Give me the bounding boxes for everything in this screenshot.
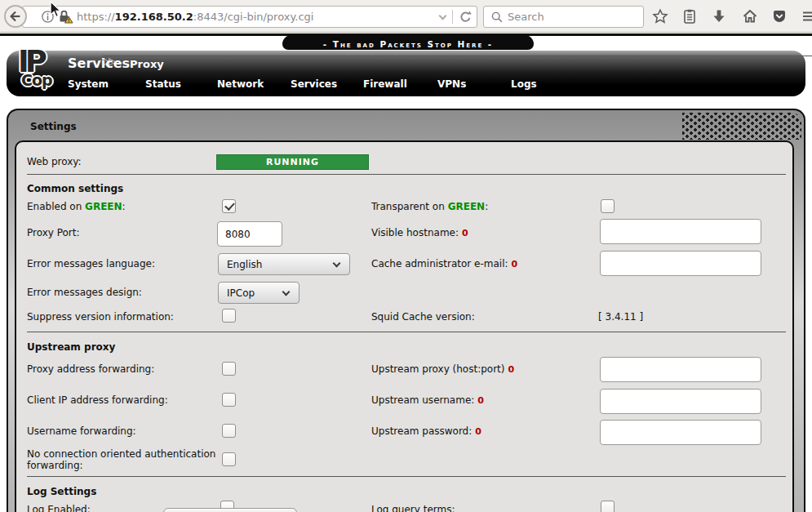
proxy-addr-fwd-checkbox[interactable] [222,362,236,376]
username-fwd-label: Username forwarding: [27,425,136,437]
menu-icon[interactable] [800,8,812,24]
upstream-proxy-input[interactable] [600,357,761,382]
bookmarks-menu-icon[interactable] [681,8,699,24]
proxy-port-label: Proxy Port: [27,227,80,238]
urlbar-divider [452,10,453,24]
enabled-on-green-label: Enabled on GREEN: [27,201,126,212]
url-text: https://192.168.50.2:8443/cgi-bin/proxy.… [77,11,313,23]
error-language-select[interactable]: English [218,253,350,275]
search-box[interactable] [483,6,644,28]
breadcrumb-section: Services [68,56,130,71]
optional-field-marker: 0 [462,228,468,238]
log-query-terms-checkbox[interactable] [601,501,615,512]
url-path: :8443/cgi-bin/proxy.cgi [193,11,314,23]
downloads-icon[interactable] [710,8,728,24]
cache-admin-email-label: Cache administrator e-mail:0 [371,258,517,270]
url-bar[interactable]: https://192.168.50.2:8443/cgi-bin/proxy.… [22,6,477,28]
suppress-version-label: Suppress version information: [27,311,174,323]
suppress-version-checkbox[interactable] [222,309,236,323]
ipcop-logo: IP Cop [16,46,67,98]
error-language-label: Error messages language: [27,258,155,269]
visible-hostname-label: Visible hostname:0 [371,227,468,239]
nav-item-vpns[interactable]: VPNs [437,78,466,90]
proxy-port-input[interactable] [217,221,282,247]
screen: https://192.168.50.2:8443/cgi-bin/proxy.… [0,0,812,512]
separator [27,174,786,175]
cache-admin-email-input[interactable] [600,251,761,276]
nav-item-logs[interactable]: Logs [511,78,537,90]
chevron-down-icon [333,260,341,268]
optional-field-marker: 0 [475,426,481,437]
error-design-label: Error messages design: [27,287,142,298]
nav-item-firewall[interactable]: Firewall [363,78,407,90]
upstream-username-label: Upstream username:0 [371,394,484,407]
mouse-cursor [49,1,62,19]
search-icon [490,11,504,24]
nav-item-system[interactable]: System [68,78,109,90]
back-button[interactable] [4,5,27,28]
no-conn-auth-checkbox[interactable] [222,452,236,466]
ipcop-logo-bottom: Cop [21,71,52,89]
search-input[interactable] [508,11,630,23]
page-title: Proxy [130,58,164,70]
separator [27,476,786,477]
client-ip-fwd-checkbox[interactable] [222,393,236,407]
web-proxy-label: Web proxy: [27,156,82,167]
proxy-addr-fwd-label: Proxy address forwarding: [27,363,154,375]
transparent-on-green-checkbox[interactable] [601,199,615,213]
ipcop-header-bar: IP Cop Services ▷▷ Proxy System Status N… [7,51,805,96]
green-zone-word: GREEN [448,201,486,212]
panel-title: Settings [30,121,77,132]
upstream-proxy-heading: Upstream proxy [27,341,115,353]
url-domain: 192.168.50.2 [115,11,193,23]
reload-icon[interactable] [458,9,473,24]
username-fwd-checkbox[interactable] [222,424,236,438]
transparent-on-green-label: Transparent on GREEN: [371,201,488,212]
nav-item-status[interactable]: Status [145,78,181,90]
optional-field-marker: 0 [508,364,514,375]
slogan-text: - The bad Packets Stop Here - [323,39,493,49]
settings-panel: Settings Web proxy: RUNNING Common setti… [7,109,805,512]
home-icon[interactable] [741,8,759,24]
breadcrumb: Services ▷▷ Proxy [68,56,164,71]
separator [27,332,786,332]
slogan-banner: - The bad Packets Stop Here - [282,35,534,50]
partial-dropdown[interactable] [163,508,297,512]
url-scheme: https:// [77,11,115,23]
settings-content: Web proxy: RUNNING Common settings Enabl… [15,140,794,512]
enabled-on-green-checkbox[interactable] [222,199,236,213]
urlbar-controls [440,7,473,27]
urlbar-dropdown-icon[interactable] [439,11,447,20]
no-conn-auth-label: No connection oriented authentication fo… [27,448,216,471]
log-enabled-label: Log Enabled: [27,504,91,512]
visible-hostname-input[interactable] [600,219,761,244]
browser-toolbar: https://192.168.50.2:8443/cgi-bin/proxy.… [0,0,812,33]
squid-version-value: [ 3.4.11 ] [598,311,643,323]
breadcrumb-separator-icon: ▷▷ [103,56,812,56]
log-settings-heading: Log Settings [27,486,96,497]
chevron-down-icon [282,288,291,296]
squid-version-label: Squid Cache version: [371,311,475,323]
log-query-terms-label: Log query terms: [371,504,455,512]
nav-item-services[interactable]: Services [291,78,337,90]
panel-grip-dots [682,113,801,140]
upstream-username-input[interactable] [600,389,761,414]
common-settings-heading: Common settings [27,183,123,194]
optional-field-marker: 0 [477,395,484,406]
error-design-value: IPCop [227,287,255,299]
nav-item-network[interactable]: Network [217,78,264,90]
green-zone-word: GREEN [85,201,122,212]
error-language-value: English [227,259,262,270]
optional-field-marker: 0 [512,259,518,269]
error-design-select[interactable]: IPCop [218,282,300,304]
back-arrow-icon [8,9,23,24]
upstream-password-label: Upstream password:0 [371,425,481,438]
client-ip-fwd-label: Client IP address forwarding: [27,394,168,406]
pocket-icon[interactable] [770,8,788,24]
upstream-proxy-label: Upstream proxy (host:port)0 [371,363,514,376]
bookmark-star-icon[interactable] [651,8,669,24]
upstream-password-input[interactable] [600,420,761,445]
status-badge: RUNNING [216,154,369,170]
